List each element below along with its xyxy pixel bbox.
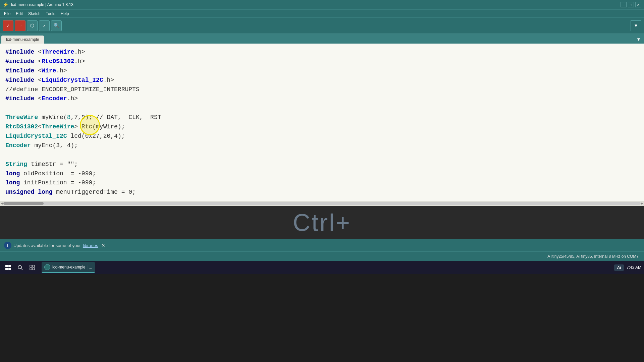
svg-rect-7 [33,265,35,267]
notification-bar: i Updates available for some of your lib… [0,239,644,251]
taskbar-arduino-app[interactable]: lcd-menu-example | ... [42,262,95,273]
scroll-right-arrow[interactable]: ▶ [641,201,643,205]
tab-label: lcd-menu-example [6,37,39,42]
code-line-7 [5,104,639,113]
status-bar: ATtiny25/45/85, ATtiny85, Internal 8 MHz… [0,251,644,261]
code-editor[interactable]: #include <ThreeWire.h> #include <RtcDS13… [0,44,644,201]
code-line-13: String timeStr = ""; [5,160,639,169]
svg-point-4 [18,265,21,269]
serial-plotter-button[interactable]: ↗ [39,20,50,31]
svg-rect-0 [5,265,8,267]
notification-close-button[interactable]: ✕ [101,243,105,248]
menu-help[interactable]: Help [58,11,72,17]
scroll-left-arrow[interactable]: ◀ [1,201,3,205]
code-line-12 [5,150,639,160]
code-line-9: RtcDS1302<ThreeWire> Rtc(myWire); [5,122,639,132]
taskbar-right: Ai 7:42 AM [614,264,641,271]
title-bar-controls[interactable]: ─ □ ✕ [621,2,641,7]
serial-monitor-button[interactable]: 🔍 [51,20,62,31]
menu-bar: File Edit Sketch Tools Help [0,9,644,17]
menu-edit[interactable]: Edit [13,11,25,17]
app-logo: ⚡ [3,2,8,7]
windows-taskbar: lcd-menu-example | ... Ai 7:42 AM [0,261,644,274]
code-line-11: Encoder myEnc(3, 4); [5,141,639,150]
upload-button[interactable]: → [15,20,25,31]
code-line-15: long initPosition = -999; [5,178,639,188]
taskbar-time: 7:42 AM [627,265,641,270]
code-line-5: //#define ENCODER_OPTIMIZE_INTERRUPTS [5,85,639,95]
arduino-app-label: lcd-menu-example | ... [52,265,92,269]
code-line-3: #include <Wire.h> [5,66,639,76]
svg-rect-6 [30,265,32,267]
svg-rect-9 [33,268,35,270]
verify-button[interactable]: ✓ [3,20,13,31]
debug-button[interactable]: ⬡ [27,20,38,31]
code-line-14: long oldPosition = -999; [5,169,639,179]
start-button[interactable] [3,262,13,273]
scroll-track[interactable] [3,202,641,205]
minimize-button[interactable]: ─ [621,2,627,7]
code-line-10: LiquidCrystal_I2C lcd(0x27,20,4); [5,132,639,141]
arduino-app-icon [44,264,50,270]
menu-file[interactable]: File [1,11,13,17]
taskbar-search[interactable] [15,262,25,273]
collapse-tab-button[interactable]: ▼ [635,36,643,44]
code-line-8: ThreeWire myWire(8,7,9); // DAT, CLK, RS… [5,113,639,122]
code-line-6: #include <Encoder.h> [5,94,639,104]
svg-rect-2 [5,268,8,270]
close-button[interactable]: ✕ [635,2,641,7]
notification-icon: i [4,242,11,249]
ai-button[interactable]: Ai [614,264,624,271]
menu-tools[interactable]: Tools [43,11,58,17]
svg-rect-3 [8,268,11,270]
notification-link[interactable]: libraries [83,243,98,248]
taskbar-task-view[interactable] [27,262,38,273]
maximize-button[interactable]: □ [628,2,634,7]
scroll-thumb[interactable] [3,202,44,205]
title-bar: ⚡ lcd-menu-example | Arduino 1.8.13 ─ □ … [0,0,644,9]
toolbar-right: ▼ [631,20,641,31]
code-line-1: #include <ThreeWire.h> [5,48,639,57]
tab-main[interactable]: lcd-menu-example [1,36,44,44]
toolbar: ✓ → ⬡ ↗ 🔍 ▼ [0,17,644,34]
horizontal-scrollbar[interactable]: ◀ ▶ [0,201,644,206]
keyboard-shortcut-overlay: Ctrl+ [0,206,644,239]
svg-rect-1 [8,265,11,267]
window-title: lcd-menu-example | Arduino 1.8.13 [11,2,73,7]
tab-bar: lcd-menu-example ▼ [0,34,644,44]
new-tab-button[interactable]: ▼ [631,20,641,31]
ctrl-text: Ctrl+ [293,209,351,236]
code-line-4: #include <LiquidCrystal_I2C.h> [5,76,639,85]
board-info: ATtiny25/45/85, ATtiny85, Internal 8 MHz… [547,254,639,259]
menu-sketch[interactable]: Sketch [25,11,43,17]
svg-line-5 [21,268,22,270]
title-bar-left: ⚡ lcd-menu-example | Arduino 1.8.13 [3,2,73,7]
notification-text: Updates available for some of your [13,243,81,248]
svg-rect-8 [30,268,32,270]
code-line-16: unsigned long menuTriggeredTime = 0; [5,188,639,197]
code-line-2: #include <RtcDS1302.h> [5,57,639,66]
